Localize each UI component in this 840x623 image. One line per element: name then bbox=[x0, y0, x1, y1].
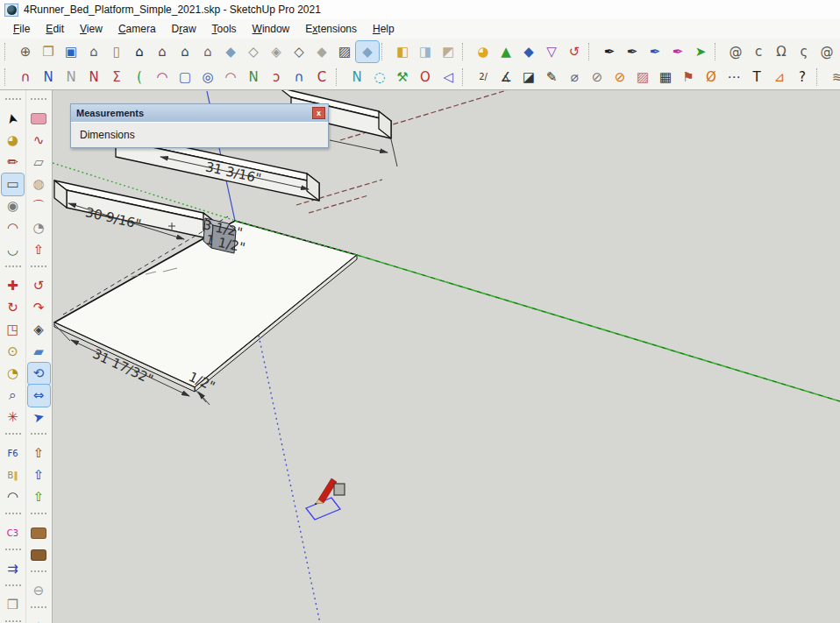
save-icon[interactable]: ▣ bbox=[60, 41, 82, 62]
cube-hiddenline-icon[interactable]: ◇ bbox=[288, 41, 310, 62]
style-pen-black-icon[interactable]: ✒ bbox=[598, 41, 621, 62]
polygon-dashed-icon[interactable]: ◌ bbox=[368, 67, 391, 88]
arc-blue-icon[interactable]: ∩ bbox=[288, 67, 310, 88]
vertex-tools-icon[interactable]: B‖ bbox=[2, 464, 24, 486]
jpp-vector-icon[interactable]: ⇧ bbox=[28, 486, 50, 508]
tape-measure-icon[interactable]: ⊙ bbox=[2, 341, 24, 363]
style-pen-green-icon[interactable]: ➤ bbox=[689, 41, 712, 62]
menu-tools[interactable]: Tools bbox=[204, 20, 245, 38]
flag-blue-icon[interactable]: ◁ bbox=[437, 67, 459, 88]
rounded-rect-icon[interactable]: ▢ bbox=[174, 67, 196, 88]
circle-tool-icon[interactable]: ◉ bbox=[2, 195, 24, 217]
dim-text-icon[interactable]: T bbox=[745, 67, 768, 88]
bezier-gray-icon[interactable]: N bbox=[60, 67, 82, 88]
box-yellow-icon[interactable]: ◧ bbox=[391, 41, 414, 62]
scale-tool-icon[interactable]: ◳ bbox=[2, 319, 24, 341]
select-tool-icon[interactable]: ➤ bbox=[2, 108, 24, 130]
sphere-tool-icon[interactable]: ⊖ bbox=[28, 580, 50, 602]
viewport-canvas[interactable]: 31 3/16" 30 9/16" 3 1/2" 1 1/2" 31 17/32… bbox=[0, 0, 840, 623]
rectangle-tool-icon[interactable]: ▭ bbox=[2, 173, 24, 195]
house-roof-icon[interactable]: ⌂ bbox=[151, 41, 174, 62]
menu-edit[interactable]: Edit bbox=[38, 20, 72, 38]
cube-shaded-blue-icon[interactable]: ◆ bbox=[219, 41, 242, 62]
arc2-red-icon[interactable]: ∩ bbox=[14, 67, 37, 88]
dim-box-icon[interactable]: ◪ bbox=[517, 67, 540, 88]
corner-arc-icon[interactable]: ◠ bbox=[151, 67, 174, 88]
hook-red-icon[interactable]: ɔ bbox=[265, 67, 288, 88]
vertex-curve-icon[interactable]: N bbox=[345, 67, 368, 88]
dim-circle-icon[interactable]: ⊘ bbox=[586, 67, 609, 88]
jpp-joint-icon[interactable]: ⇧ bbox=[28, 464, 50, 486]
spiral-1-icon[interactable]: @ bbox=[724, 41, 747, 62]
rotated-rect-icon[interactable]: ▱ bbox=[28, 152, 50, 173]
curviloft-icon[interactable]: C3 bbox=[2, 522, 24, 544]
curve-tool-icon[interactable]: ◡ bbox=[2, 239, 24, 261]
dim-dots-icon[interactable]: ⋯ bbox=[723, 67, 745, 88]
house-front-icon[interactable]: ⌂ bbox=[128, 41, 151, 62]
pan-icon[interactable]: ⇔ bbox=[28, 385, 50, 407]
house-outline-icon[interactable]: ⌂ bbox=[174, 41, 196, 62]
jpp-normal-icon[interactable]: ⇧ bbox=[28, 442, 50, 464]
dim-2segment-icon[interactable]: 2/ bbox=[472, 67, 495, 88]
plugin-blue-icon[interactable]: ◆ bbox=[517, 41, 540, 62]
arc-tool-icon[interactable]: ◠ bbox=[2, 217, 24, 239]
bezier-red-icon[interactable]: N bbox=[82, 67, 105, 88]
arc-red2-icon[interactable]: ◠ bbox=[219, 67, 242, 88]
orbit-icon[interactable]: ⟲ bbox=[28, 363, 50, 385]
plugin-purple-icon[interactable]: ▽ bbox=[540, 41, 563, 62]
line-tool-icon[interactable]: ✏ bbox=[2, 152, 24, 173]
pyramid-tool-icon[interactable]: ▲ bbox=[28, 616, 50, 623]
component-cabinet-icon[interactable]: ▯ bbox=[105, 41, 128, 62]
menu-view[interactable]: View bbox=[72, 20, 110, 38]
wood-joint-2-icon[interactable] bbox=[28, 544, 50, 566]
polygon-icon[interactable]: ◍ bbox=[28, 173, 50, 195]
dim-sketch-icon[interactable]: ✎ bbox=[540, 67, 563, 88]
help-icon[interactable]: ? bbox=[791, 67, 814, 88]
shed-icon[interactable]: ⌂ bbox=[196, 41, 219, 62]
ellipse-red-icon[interactable]: O bbox=[414, 67, 437, 88]
dim-stop-icon[interactable]: ⊘ bbox=[609, 67, 631, 88]
wood-joint-1-icon[interactable] bbox=[28, 522, 50, 544]
open-icon[interactable]: ❐ bbox=[37, 41, 60, 62]
plugin-green-icon[interactable]: ▲ bbox=[495, 41, 517, 62]
zoom-tool-icon[interactable]: ⌕ bbox=[2, 385, 24, 407]
sandbox-contours-icon[interactable]: ≋ bbox=[826, 67, 840, 88]
follow-me-icon[interactable]: ↺ bbox=[28, 275, 50, 297]
rotate-copy-icon[interactable]: ↷ bbox=[28, 297, 50, 319]
menu-extensions[interactable]: Extensions bbox=[297, 20, 365, 38]
house-3d-icon[interactable]: ⌂ bbox=[82, 41, 105, 62]
s-curve-icon[interactable]: Σ bbox=[105, 67, 128, 88]
bezier-blue-icon[interactable]: N bbox=[37, 67, 60, 88]
spiral-2-icon[interactable]: ϲ bbox=[747, 41, 770, 62]
menu-help[interactable]: Help bbox=[365, 20, 402, 38]
box-blue-icon[interactable]: ◨ bbox=[414, 41, 437, 62]
dim-triangle-icon[interactable]: ⊿ bbox=[768, 67, 791, 88]
menu-camera[interactable]: Camera bbox=[110, 20, 164, 38]
measurements-dialog-titlebar[interactable]: Measurements x bbox=[71, 104, 328, 122]
box-tan-icon[interactable]: ◩ bbox=[437, 41, 459, 62]
dim-grid-icon[interactable]: ▦ bbox=[654, 67, 677, 88]
spiral-3-icon[interactable]: Ω bbox=[770, 41, 793, 62]
style-pen-blue-icon[interactable]: ✒ bbox=[644, 41, 666, 62]
menu-window[interactable]: Window bbox=[245, 20, 298, 38]
offset-icon[interactable]: ◈ bbox=[28, 319, 50, 341]
dome-tool-icon[interactable]: ◠ bbox=[2, 486, 24, 508]
dim-face-icon[interactable]: ▨ bbox=[631, 67, 654, 88]
spiral-4-icon[interactable]: ς bbox=[793, 41, 815, 62]
freehand-icon[interactable]: ∿ bbox=[28, 130, 50, 152]
polyline-green-icon[interactable]: N bbox=[242, 67, 265, 88]
dialog-close-button[interactable]: x bbox=[312, 107, 325, 119]
move-tool-icon[interactable]: ✚ bbox=[2, 275, 24, 297]
arc-3pt-icon[interactable]: ⌒ bbox=[28, 195, 50, 217]
cube-style-active-icon[interactable]: ◆ bbox=[356, 41, 379, 62]
push-pull-icon[interactable]: ⇧ bbox=[28, 239, 50, 261]
dim-angle-icon[interactable]: ∡ bbox=[495, 67, 517, 88]
cube-wireframe-icon[interactable]: ◇ bbox=[242, 41, 265, 62]
zoom-extents-icon[interactable]: ✳ bbox=[2, 407, 24, 428]
wrench-icon[interactable]: ⚒ bbox=[391, 67, 414, 88]
cube-xray-icon[interactable]: ◈ bbox=[265, 41, 288, 62]
cube-textured-icon[interactable]: ▨ bbox=[333, 41, 356, 62]
dim-flag-icon[interactable]: ⚑ bbox=[677, 67, 700, 88]
cube-monochrome-icon[interactable]: ◆ bbox=[310, 41, 333, 62]
rotate-tool-icon[interactable]: ↻ bbox=[2, 297, 24, 319]
